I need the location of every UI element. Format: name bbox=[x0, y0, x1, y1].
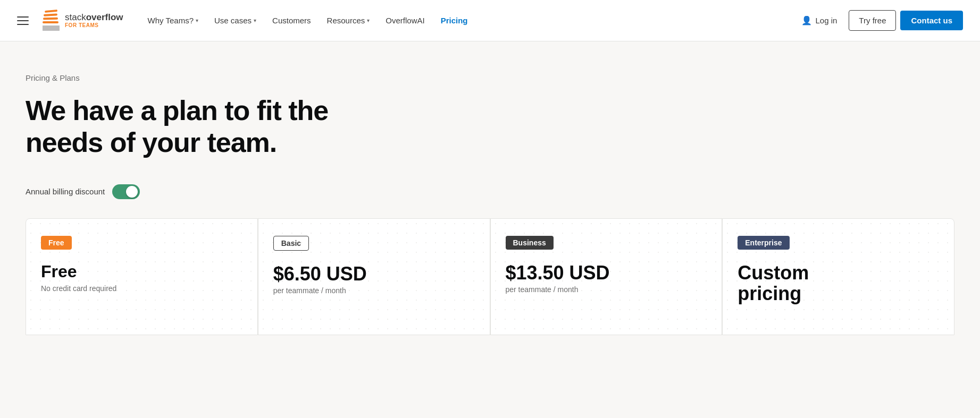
svg-rect-2 bbox=[43, 17, 58, 19]
plan-price-enterprise: Custom pricing bbox=[738, 262, 939, 304]
chevron-down-icon: ▾ bbox=[196, 18, 198, 23]
plan-sub-basic: per teammate / month bbox=[273, 286, 475, 295]
plan-card-free: Free Free No credit card required bbox=[26, 218, 258, 335]
annual-billing-toggle[interactable] bbox=[112, 184, 140, 199]
nav-overflow-ai[interactable]: OverflowAI bbox=[378, 12, 432, 29]
nav-use-cases[interactable]: Use cases ▾ bbox=[207, 12, 264, 29]
pricing-cards: Free Free No credit card required Basic … bbox=[26, 218, 954, 335]
nav-customers[interactable]: Customers bbox=[265, 12, 319, 29]
svg-rect-0 bbox=[45, 9, 57, 12]
hero-title: We have a plan to fit the needs of your … bbox=[26, 95, 345, 159]
logo-icon bbox=[41, 9, 61, 32]
plan-price-free: Free bbox=[41, 262, 242, 281]
main-content: Pricing & Plans We have a plan to fit th… bbox=[0, 41, 980, 335]
plan-sub-business: per teammate / month bbox=[506, 285, 707, 294]
plan-badge-basic: Basic bbox=[273, 236, 309, 251]
login-link[interactable]: 👤 Log in bbox=[794, 11, 844, 30]
plan-badge-enterprise: Enterprise bbox=[738, 236, 789, 250]
breadcrumb: Pricing & Plans bbox=[26, 73, 954, 82]
navbar: stackoverflow FOR TEAMS Why Teams? ▾ Use… bbox=[0, 0, 980, 41]
billing-discount-label: Annual billing discount bbox=[26, 187, 105, 196]
plan-badge-free: Free bbox=[41, 236, 72, 250]
nav-actions: 👤 Log in Try free Contact us bbox=[794, 10, 963, 31]
try-free-button[interactable]: Try free bbox=[849, 10, 896, 31]
person-icon: 👤 bbox=[801, 15, 812, 25]
plan-price-business: $13.50 USD bbox=[506, 262, 707, 284]
svg-rect-7 bbox=[43, 28, 60, 31]
hamburger-menu[interactable] bbox=[17, 16, 29, 25]
svg-rect-1 bbox=[44, 13, 57, 16]
toggle-track bbox=[112, 184, 140, 199]
plan-card-basic: Basic $6.50 USD per teammate / month bbox=[258, 218, 490, 335]
toggle-thumb bbox=[126, 186, 138, 198]
logo[interactable]: stackoverflow FOR TEAMS bbox=[41, 9, 123, 32]
plan-price-basic: $6.50 USD bbox=[273, 263, 475, 285]
nav-why-teams[interactable]: Why Teams? ▾ bbox=[140, 12, 206, 29]
plan-card-business: Business $13.50 USD per teammate / month bbox=[490, 218, 723, 335]
plan-sub-free: No credit card required bbox=[41, 284, 242, 293]
svg-rect-3 bbox=[43, 21, 58, 23]
billing-toggle-row: Annual billing discount bbox=[26, 184, 954, 199]
plan-badge-business: Business bbox=[506, 236, 554, 250]
nav-links: Why Teams? ▾ Use cases ▾ Customers Resou… bbox=[140, 12, 792, 29]
plan-card-enterprise: Enterprise Custom pricing bbox=[722, 218, 954, 335]
chevron-down-icon: ▾ bbox=[367, 18, 370, 23]
logo-text: stackoverflow FOR TEAMS bbox=[65, 13, 123, 29]
contact-us-button[interactable]: Contact us bbox=[900, 11, 963, 30]
nav-resources[interactable]: Resources ▾ bbox=[320, 12, 378, 29]
nav-pricing[interactable]: Pricing bbox=[433, 12, 475, 29]
chevron-down-icon: ▾ bbox=[254, 18, 256, 23]
